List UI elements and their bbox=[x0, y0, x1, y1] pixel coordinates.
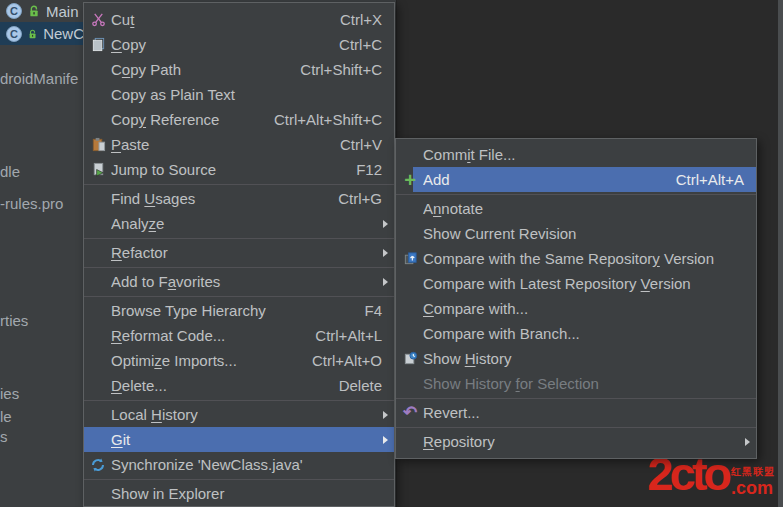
menu-item-synchronize[interactable]: Synchronize 'NewClass.java' bbox=[84, 452, 394, 477]
tree-fragment[interactable]: dle bbox=[0, 163, 20, 180]
submenu-item-commit-file[interactable]: Commit File... bbox=[396, 142, 756, 167]
menu-item-label: Revert... bbox=[423, 404, 744, 421]
menu-item-label: Annotate bbox=[423, 200, 744, 217]
menu-item-label: Compare with Branch... bbox=[423, 325, 744, 342]
class-icon: C bbox=[6, 26, 22, 42]
menu-item-jump-to-source[interactable]: Jump to Source F12 bbox=[84, 157, 394, 182]
menu-item-label: Refactor bbox=[111, 244, 383, 261]
menu-item-label: Cut bbox=[111, 11, 340, 28]
menu-item-add-to-favorites[interactable]: Add to Favorites bbox=[84, 269, 394, 294]
menu-item-delete[interactable]: Delete... Delete bbox=[84, 373, 394, 398]
tree-fragment[interactable]: le bbox=[0, 408, 12, 425]
menu-item-label: Paste bbox=[111, 136, 340, 153]
menu-separator bbox=[84, 400, 394, 401]
menu-item-label: Copy Reference bbox=[111, 111, 274, 128]
menu-item-refactor[interactable]: Refactor bbox=[84, 240, 394, 265]
unlocked-padlock-icon bbox=[27, 4, 41, 18]
menu-shortcut: F12 bbox=[356, 161, 382, 178]
menu-item-label: Local History bbox=[111, 406, 383, 423]
unlocked-padlock-icon bbox=[27, 27, 38, 41]
submenu-item-compare-latest-repository[interactable]: Compare with Latest Repository Version bbox=[396, 271, 756, 296]
menu-shortcut: Ctrl+C bbox=[339, 36, 382, 53]
watermark-logo: 2cto 红黑联盟 .com bbox=[647, 452, 775, 499]
submenu-item-repository[interactable]: Repository bbox=[396, 429, 756, 454]
menu-item-copy-reference[interactable]: Copy Reference Ctrl+Alt+Shift+C bbox=[84, 107, 394, 132]
submenu-item-compare-with-branch[interactable]: Compare with Branch... bbox=[396, 321, 756, 346]
menu-shortcut: Ctrl+G bbox=[338, 190, 382, 207]
menu-separator bbox=[396, 194, 756, 195]
menu-separator bbox=[396, 427, 756, 428]
watermark-suffix: .com bbox=[731, 479, 773, 499]
menu-item-copy-path[interactable]: Copy Path Ctrl+Shift+C bbox=[84, 57, 394, 82]
watermark-tagline: 红黑联盟 bbox=[731, 465, 775, 479]
submenu-arrow-icon bbox=[383, 436, 388, 444]
scissors-icon bbox=[88, 7, 108, 32]
menu-item-show-in-explorer[interactable]: Show in Explorer bbox=[84, 481, 394, 506]
submenu-item-show-history-for-selection: Show History for Selection bbox=[396, 371, 756, 396]
menu-separator bbox=[84, 296, 394, 297]
menu-item-reformat-code[interactable]: Reformat Code... Ctrl+Alt+L bbox=[84, 323, 394, 348]
submenu-item-add[interactable]: + Add Ctrl+Alt+A bbox=[396, 167, 756, 192]
submenu-item-show-current-revision[interactable]: Show Current Revision bbox=[396, 221, 756, 246]
menu-shortcut: Ctrl+Alt+Shift+C bbox=[274, 111, 382, 128]
context-menu: Cut Ctrl+X Copy Ctrl+C Copy Path Ctrl+Sh… bbox=[83, 2, 395, 507]
menu-item-label: Compare with the Same Repository Version bbox=[423, 250, 744, 267]
menu-item-copy[interactable]: Copy Ctrl+C bbox=[84, 32, 394, 57]
history-icon bbox=[400, 346, 420, 371]
submenu-item-compare-with[interactable]: Compare with... bbox=[396, 296, 756, 321]
menu-item-analyze[interactable]: Analyze bbox=[84, 211, 394, 236]
menu-separator bbox=[396, 398, 756, 399]
submenu-item-revert[interactable]: ↶ Revert... bbox=[396, 400, 756, 425]
menu-shortcut: Ctrl+Shift+C bbox=[300, 61, 382, 78]
menu-shortcut: Delete bbox=[339, 377, 382, 394]
menu-item-label: Delete... bbox=[111, 377, 339, 394]
menu-item-label: Jump to Source bbox=[111, 161, 356, 178]
tree-item-label: Main bbox=[46, 3, 79, 20]
menu-item-label: Copy Path bbox=[111, 61, 300, 78]
submenu-arrow-icon bbox=[383, 278, 388, 286]
menu-item-copy-as-plain-text[interactable]: Copy as Plain Text bbox=[84, 82, 394, 107]
tree-fragment[interactable]: ies bbox=[0, 385, 19, 402]
menu-separator bbox=[84, 238, 394, 239]
menu-item-label: Reformat Code... bbox=[111, 327, 315, 344]
compare-icon bbox=[400, 246, 420, 271]
editor-scrollbar[interactable] bbox=[778, 0, 783, 507]
menu-separator bbox=[84, 267, 394, 268]
tree-fragment[interactable]: -rules.pro bbox=[0, 195, 63, 212]
menu-item-paste[interactable]: Paste Ctrl+V bbox=[84, 132, 394, 157]
menu-shortcut: Ctrl+Alt+O bbox=[312, 352, 382, 369]
menu-item-label: Commit File... bbox=[423, 146, 744, 163]
menu-item-git[interactable]: Git bbox=[84, 427, 394, 452]
tree-fragment[interactable]: rties bbox=[0, 312, 28, 329]
tree-item-newclass[interactable]: C NewC bbox=[0, 22, 84, 45]
menu-item-label: Optimize Imports... bbox=[111, 352, 312, 369]
submenu-item-compare-same-repository[interactable]: Compare with the Same Repository Version bbox=[396, 246, 756, 271]
tree-item-label: NewC bbox=[43, 25, 84, 42]
menu-item-label: Show Current Revision bbox=[423, 225, 744, 242]
menu-item-label: Show History bbox=[423, 350, 744, 367]
menu-item-label: Browse Type Hierarchy bbox=[111, 302, 364, 319]
menu-item-browse-type-hierarchy[interactable]: Browse Type Hierarchy F4 bbox=[84, 298, 394, 323]
menu-item-label: Show History for Selection bbox=[423, 375, 744, 392]
menu-separator bbox=[84, 479, 394, 480]
menu-item-cut[interactable]: Cut Ctrl+X bbox=[84, 7, 394, 32]
tree-fragment[interactable]: droidManife bbox=[0, 70, 78, 87]
menu-item-find-usages[interactable]: Find Usages Ctrl+G bbox=[84, 186, 394, 211]
menu-item-optimize-imports[interactable]: Optimize Imports... Ctrl+Alt+O bbox=[84, 348, 394, 373]
tree-fragment[interactable]: s bbox=[0, 428, 8, 445]
menu-item-label: Copy bbox=[111, 36, 339, 53]
tree-item-main[interactable]: C Main bbox=[0, 0, 84, 22]
menu-item-label: Analyze bbox=[111, 215, 383, 232]
class-icon: C bbox=[6, 3, 22, 19]
menu-separator bbox=[84, 184, 394, 185]
menu-shortcut: F4 bbox=[364, 302, 382, 319]
menu-shortcut: Ctrl+X bbox=[340, 11, 382, 28]
menu-item-label: Synchronize 'NewClass.java' bbox=[111, 456, 382, 473]
jump-to-source-icon bbox=[88, 157, 108, 182]
menu-item-label: Find Usages bbox=[111, 190, 338, 207]
menu-item-label: Copy as Plain Text bbox=[111, 86, 382, 103]
menu-item-local-history[interactable]: Local History bbox=[84, 402, 394, 427]
submenu-item-annotate[interactable]: Annotate bbox=[396, 196, 756, 221]
submenu-item-show-history[interactable]: Show History bbox=[396, 346, 756, 371]
menu-item-label: Add bbox=[423, 171, 676, 188]
